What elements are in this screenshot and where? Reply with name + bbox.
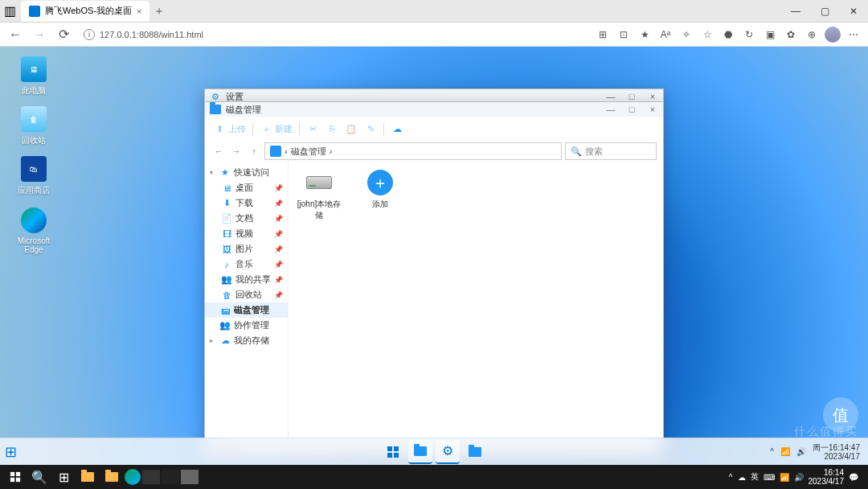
taskbar-app[interactable]: [142, 470, 160, 484]
paste-icon[interactable]: 📋: [345, 122, 358, 135]
minimize-button[interactable]: —: [781, 0, 810, 23]
file-item-local-disk[interactable]: [john]本地存储: [297, 170, 342, 221]
site-info-icon[interactable]: i: [84, 29, 95, 40]
taskbar-folder[interactable]: [463, 440, 487, 464]
wifi-icon[interactable]: 📶: [780, 473, 789, 482]
browser-tab[interactable]: 腾飞WebOS-我的桌面 ×: [21, 1, 149, 22]
taskbar-explorer[interactable]: [408, 440, 432, 464]
close-tab-icon[interactable]: ×: [137, 6, 141, 16]
sidebar-item-documents[interactable]: 📄文档📌: [205, 211, 288, 226]
tab-title: 腾飞WebOS-我的桌面: [45, 5, 132, 17]
taskbar-app[interactable]: [162, 470, 179, 484]
new-button[interactable]: ＋新建: [260, 122, 293, 135]
nav-forward[interactable]: →: [229, 144, 244, 158]
web-desktop[interactable]: 🖥 此电脑 🗑 回收站 🛍 应用商店 Microsoft Edge ⚙ 设置 —…: [0, 47, 868, 465]
cloud-icon[interactable]: ☁: [391, 122, 403, 135]
ext-icon[interactable]: ★: [635, 25, 654, 44]
close-button[interactable]: ×: [647, 105, 658, 114]
onedrive-icon[interactable]: ☁: [738, 473, 746, 482]
ext-icon[interactable]: ↻: [739, 25, 759, 44]
back-button[interactable]: ←: [5, 24, 26, 45]
clock[interactable]: 16:14 2023/4/17: [809, 468, 845, 486]
ext-icon[interactable]: ⬣: [719, 25, 738, 44]
sound-icon[interactable]: 🔊: [796, 447, 806, 456]
extensions-button[interactable]: ⊕: [802, 25, 821, 44]
rename-icon[interactable]: ✎: [364, 122, 377, 135]
wifi-icon[interactable]: 📶: [780, 447, 790, 456]
breadcrumb-segment[interactable]: 磁盘管理: [291, 146, 326, 158]
taskbar-settings[interactable]: ⚙: [436, 440, 460, 464]
minimize-button[interactable]: —: [605, 92, 616, 101]
outer-tray[interactable]: ^ ☁ 英 ⌨ 📶 🔊 16:14 2023/4/17 💬: [729, 468, 865, 486]
ext-icon[interactable]: Aª: [656, 25, 675, 44]
favorite-icon[interactable]: ☆: [698, 25, 717, 44]
tab-strip-icon[interactable]: ▥: [0, 3, 19, 18]
minimize-button[interactable]: —: [605, 105, 616, 114]
ime-icon[interactable]: ⌨: [764, 473, 775, 482]
explorer-content[interactable]: [john]本地存储 ＋ 添加: [289, 162, 663, 440]
taskbar-app[interactable]: [76, 466, 99, 488]
svg-rect-2: [387, 453, 392, 458]
sidebar-item-desktop[interactable]: 🖥桌面📌: [205, 180, 288, 195]
close-button[interactable]: ✕: [839, 0, 868, 23]
clock[interactable]: 周一16:14:47 2023/4/17: [813, 443, 860, 461]
ext-icon[interactable]: ✿: [781, 25, 800, 44]
file-label: 添加: [358, 199, 403, 210]
sidebar-item-collab[interactable]: 👥协作管理: [205, 318, 288, 333]
search-icon[interactable]: 🔍: [28, 466, 51, 488]
sound-icon[interactable]: 🔊: [794, 473, 804, 482]
menu-button[interactable]: ⋯: [844, 25, 863, 44]
file-item-add[interactable]: ＋ 添加: [358, 170, 403, 221]
refresh-button[interactable]: ⟳: [53, 24, 74, 45]
copy-icon[interactable]: ⎘: [326, 122, 338, 135]
web-tray[interactable]: ^ 📶 🔊 周一16:14:47 2023/4/17: [770, 443, 868, 461]
ext-icon[interactable]: ⊞: [593, 25, 612, 44]
address-bar[interactable]: i 127.0.0.1:8088/win11.html: [77, 25, 590, 44]
maximize-button[interactable]: ▢: [810, 0, 839, 23]
sidebar-item-recycle[interactable]: 🗑回收站📌: [205, 287, 288, 302]
forward-button[interactable]: →: [29, 24, 50, 45]
cut-icon[interactable]: ✂: [306, 122, 319, 135]
sidebar-item-videos[interactable]: 🎞视频📌: [205, 226, 288, 241]
desktop-icon-edge[interactable]: Microsoft Edge: [11, 208, 56, 254]
desktop-icon-recycle[interactable]: 🗑 回收站: [11, 106, 56, 146]
time-text: 16:14: [809, 468, 845, 477]
taskbar-app[interactable]: [100, 466, 123, 488]
start-button[interactable]: [4, 466, 27, 488]
start-button[interactable]: [381, 440, 405, 464]
profile-avatar[interactable]: [823, 25, 842, 44]
sidebar-item-disk-mgmt[interactable]: 🖴磁盘管理: [205, 302, 288, 318]
taskbar-edge[interactable]: [125, 469, 141, 485]
tray-chevron-icon[interactable]: ^: [770, 447, 774, 456]
new-tab-button[interactable]: ＋: [149, 2, 169, 21]
taskbar-app[interactable]: [181, 470, 199, 484]
desktop-icon-pc[interactable]: 🖥 此电脑: [11, 56, 56, 97]
search-icon: 🔍: [571, 146, 582, 157]
sidebar-item-downloads[interactable]: ⬇下载📌: [205, 195, 288, 211]
breadcrumb[interactable]: › 磁盘管理 ›: [264, 142, 562, 160]
desktop-icon-store[interactable]: 🛍 应用商店: [11, 156, 56, 196]
gear-icon: ⚙: [210, 91, 221, 102]
nav-up[interactable]: ↑: [247, 144, 261, 158]
trash-icon: 🗑: [221, 290, 232, 301]
ime-text[interactable]: 英: [751, 471, 759, 483]
explorer-titlebar[interactable]: 磁盘管理 — □ ×: [205, 102, 663, 117]
notification-icon[interactable]: 💬: [849, 473, 858, 482]
task-view-icon[interactable]: ⊞: [52, 466, 75, 488]
ext-icon[interactable]: ⊡: [614, 25, 633, 44]
collections-icon[interactable]: ▣: [760, 25, 780, 44]
sidebar-item-music[interactable]: ♪音乐📌: [205, 257, 288, 272]
maximize-button[interactable]: □: [626, 105, 637, 114]
close-button[interactable]: ×: [647, 92, 658, 101]
sidebar-item-pictures[interactable]: 🖼图片📌: [205, 241, 288, 257]
tray-chevron-icon[interactable]: ^: [729, 473, 733, 482]
nav-back[interactable]: ←: [211, 144, 226, 158]
sidebar-item-storage[interactable]: ▸☁我的存储: [205, 333, 288, 348]
upload-button[interactable]: ⬆上传: [213, 122, 246, 135]
sidebar-quick-access[interactable]: ▾★快速访问: [205, 165, 288, 180]
sidebar-item-share[interactable]: 👥我的共享📌: [205, 272, 288, 287]
maximize-button[interactable]: □: [626, 92, 637, 101]
search-input[interactable]: 🔍 搜索: [565, 142, 657, 160]
taskbar-app-icon[interactable]: ⊞: [5, 443, 17, 461]
ext-icon[interactable]: ✧: [677, 25, 696, 44]
